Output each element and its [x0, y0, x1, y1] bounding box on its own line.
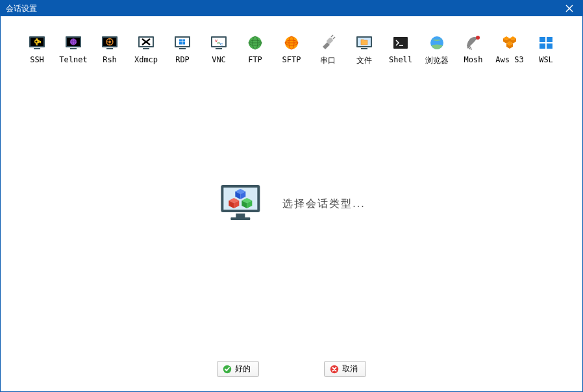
svg-rect-10	[70, 48, 77, 49]
session-type-rdp[interactable]: RDP	[164, 32, 201, 69]
ok-button-label: 好的	[235, 363, 251, 374]
svg-rect-29	[179, 40, 182, 42]
svg-line-48	[331, 35, 333, 37]
ftp-icon	[247, 34, 264, 51]
center-prompt-area: 选择会话类型...	[217, 180, 365, 228]
svg-rect-59	[540, 43, 545, 49]
session-type-label: Shell	[389, 55, 412, 64]
svg-rect-16	[106, 48, 113, 49]
svg-rect-30	[182, 40, 185, 42]
shell-icon	[392, 34, 409, 51]
svg-rect-64	[230, 217, 250, 220]
session-type-browser[interactable]: 浏览器	[419, 32, 455, 69]
session-type-label: Aws S3	[495, 55, 523, 64]
session-type-label: Xdmcp	[134, 55, 158, 64]
cancel-button-label: 取消	[342, 363, 358, 374]
svg-rect-25	[143, 48, 149, 49]
svg-rect-58	[547, 37, 552, 42]
svg-rect-28	[179, 48, 186, 49]
sftp-icon	[283, 34, 300, 51]
session-type-file[interactable]: 文件	[346, 32, 382, 69]
serial-icon	[319, 34, 336, 51]
session-type-label: 串口	[320, 55, 336, 66]
svg-rect-27	[176, 38, 189, 46]
close-button[interactable]	[556, 1, 582, 16]
svg-rect-60	[547, 43, 552, 49]
wsl-icon	[538, 34, 554, 51]
session-type-sftp[interactable]: SFTP	[273, 32, 310, 69]
browser-icon	[428, 34, 445, 51]
svg-rect-63	[236, 214, 245, 217]
svg-rect-57	[540, 37, 545, 42]
content-area: SSH Telnet Rsh Xdmcp RDP	[1, 16, 582, 391]
session-type-label: 文件	[356, 55, 372, 66]
cancel-icon	[330, 365, 339, 374]
session-type-label: RDP	[175, 55, 190, 64]
svg-rect-31	[179, 42, 182, 45]
window-title: 会话设置	[6, 3, 37, 14]
session-monitor-icon	[217, 180, 263, 228]
svg-rect-53	[393, 37, 408, 49]
select-session-prompt: 选择会话类型...	[282, 197, 365, 211]
session-type-label: Rsh	[103, 55, 117, 64]
session-type-ssh[interactable]: SSH	[19, 32, 55, 69]
title-bar: 会话设置	[1, 1, 582, 16]
session-type-label: VNC	[212, 55, 226, 64]
session-type-telnet[interactable]: Telnet	[55, 32, 92, 69]
svg-text:n: n	[217, 41, 220, 45]
ok-icon	[223, 365, 232, 374]
rsh-icon	[101, 34, 118, 51]
session-type-shell[interactable]: Shell	[382, 32, 419, 69]
rdp-icon	[174, 34, 191, 51]
session-type-awss3[interactable]: Aws S3	[491, 32, 528, 69]
session-type-ftp[interactable]: FTP	[237, 32, 273, 69]
session-type-label: SSH	[30, 55, 44, 64]
svg-rect-4	[34, 48, 40, 49]
svg-point-18	[108, 41, 111, 43]
session-type-wsl[interactable]: WSL	[528, 32, 564, 69]
svg-rect-7	[40, 41, 41, 43]
session-type-label: WSL	[539, 55, 553, 64]
telnet-icon	[65, 34, 82, 51]
session-type-rsh[interactable]: Rsh	[92, 32, 128, 69]
cancel-button[interactable]: 取消	[324, 361, 366, 377]
dialog-buttons: 好的 取消	[1, 361, 582, 377]
mosh-icon	[465, 34, 482, 51]
session-type-label: Mosh	[464, 55, 483, 64]
svg-point-56	[476, 36, 480, 40]
session-type-label: FTP	[248, 55, 262, 64]
session-type-mosh[interactable]: Mosh	[455, 32, 491, 69]
file-icon	[356, 34, 373, 51]
svg-rect-52	[361, 48, 367, 49]
session-type-xdmcp[interactable]: Xdmcp	[128, 32, 164, 69]
close-icon	[565, 5, 573, 12]
session-type-label: 浏览器	[425, 55, 449, 66]
svg-rect-32	[182, 42, 185, 45]
session-type-serial[interactable]: 串口	[310, 32, 346, 69]
session-type-vnc[interactable]: VCn VNC	[201, 32, 237, 69]
session-type-toolbar: SSH Telnet Rsh Xdmcp RDP	[1, 16, 582, 69]
svg-text:C: C	[220, 42, 223, 46]
ssh-icon	[29, 34, 45, 51]
session-type-label: Telnet	[59, 55, 87, 64]
session-type-label: SFTP	[282, 55, 301, 64]
vnc-icon: VCn	[210, 34, 227, 51]
aws-s3-icon	[501, 34, 518, 51]
ok-button[interactable]: 好的	[217, 361, 259, 377]
svg-line-49	[333, 37, 335, 39]
xdmcp-icon	[138, 34, 155, 51]
svg-rect-35	[216, 48, 222, 49]
